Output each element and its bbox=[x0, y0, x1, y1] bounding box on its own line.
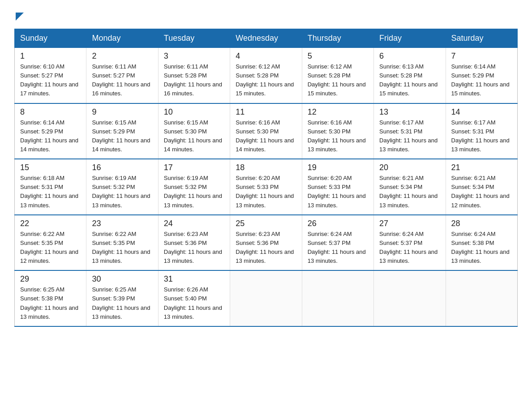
header bbox=[14, 11, 518, 21]
day-number: 12 bbox=[308, 107, 368, 117]
day-info: Sunrise: 6:18 AMSunset: 5:31 PMDaylight:… bbox=[20, 174, 81, 210]
calendar-cell: 25Sunrise: 6:23 AMSunset: 5:36 PMDayligh… bbox=[230, 215, 302, 271]
day-number: 9 bbox=[92, 107, 152, 117]
header-saturday: Saturday bbox=[446, 29, 517, 48]
day-number: 23 bbox=[92, 219, 152, 228]
day-info: Sunrise: 6:24 AMSunset: 5:38 PMDaylight:… bbox=[451, 230, 512, 266]
day-info: Sunrise: 6:20 AMSunset: 5:33 PMDaylight:… bbox=[308, 174, 368, 210]
calendar-cell: 8Sunrise: 6:14 AMSunset: 5:29 PMDaylight… bbox=[15, 103, 86, 159]
day-number: 2 bbox=[92, 51, 152, 61]
day-info: Sunrise: 6:12 AMSunset: 5:28 PMDaylight:… bbox=[236, 62, 296, 98]
calendar-cell bbox=[374, 270, 446, 326]
calendar-cell: 5Sunrise: 6:12 AMSunset: 5:28 PMDaylight… bbox=[302, 48, 373, 103]
day-info: Sunrise: 6:22 AMSunset: 5:35 PMDaylight:… bbox=[20, 230, 81, 266]
day-number: 16 bbox=[92, 163, 152, 172]
calendar-cell: 28Sunrise: 6:24 AMSunset: 5:38 PMDayligh… bbox=[446, 215, 517, 271]
calendar-cell: 10Sunrise: 6:15 AMSunset: 5:30 PMDayligh… bbox=[158, 103, 230, 159]
day-info: Sunrise: 6:21 AMSunset: 5:34 PMDaylight:… bbox=[451, 174, 512, 210]
day-info: Sunrise: 6:17 AMSunset: 5:31 PMDaylight:… bbox=[379, 118, 440, 154]
day-number: 14 bbox=[451, 107, 512, 117]
day-number: 21 bbox=[451, 163, 512, 172]
calendar-cell: 2Sunrise: 6:11 AMSunset: 5:27 PMDaylight… bbox=[86, 48, 158, 103]
day-info: Sunrise: 6:24 AMSunset: 5:37 PMDaylight:… bbox=[379, 230, 440, 266]
header-tuesday: Tuesday bbox=[158, 29, 230, 48]
calendar-cell: 16Sunrise: 6:19 AMSunset: 5:32 PMDayligh… bbox=[86, 159, 158, 215]
header-friday: Friday bbox=[374, 29, 446, 48]
week-row-5: 29Sunrise: 6:25 AMSunset: 5:38 PMDayligh… bbox=[15, 270, 518, 326]
day-info: Sunrise: 6:10 AMSunset: 5:27 PMDaylight:… bbox=[20, 62, 81, 98]
day-number: 4 bbox=[236, 51, 296, 61]
calendar-cell: 14Sunrise: 6:17 AMSunset: 5:31 PMDayligh… bbox=[446, 103, 517, 159]
day-info: Sunrise: 6:16 AMSunset: 5:30 PMDaylight:… bbox=[308, 118, 368, 154]
calendar-cell: 30Sunrise: 6:25 AMSunset: 5:39 PMDayligh… bbox=[86, 270, 158, 326]
day-info: Sunrise: 6:25 AMSunset: 5:39 PMDaylight:… bbox=[92, 285, 152, 321]
calendar-cell: 4Sunrise: 6:12 AMSunset: 5:28 PMDaylight… bbox=[230, 48, 302, 103]
calendar-cell: 20Sunrise: 6:21 AMSunset: 5:34 PMDayligh… bbox=[374, 159, 446, 215]
day-number: 25 bbox=[236, 219, 296, 228]
day-number: 13 bbox=[379, 107, 440, 117]
header-monday: Monday bbox=[86, 29, 158, 48]
day-number: 10 bbox=[164, 107, 224, 117]
day-info: Sunrise: 6:26 AMSunset: 5:40 PMDaylight:… bbox=[164, 285, 224, 321]
calendar-cell: 24Sunrise: 6:23 AMSunset: 5:36 PMDayligh… bbox=[158, 215, 230, 271]
day-number: 29 bbox=[20, 274, 81, 284]
day-number: 17 bbox=[164, 163, 224, 172]
day-number: 6 bbox=[379, 51, 440, 61]
day-number: 8 bbox=[20, 107, 81, 117]
calendar-cell bbox=[446, 270, 517, 326]
day-info: Sunrise: 6:11 AMSunset: 5:27 PMDaylight:… bbox=[92, 62, 152, 98]
day-number: 27 bbox=[379, 219, 440, 228]
day-number: 20 bbox=[379, 163, 440, 172]
day-number: 22 bbox=[20, 219, 81, 228]
day-number: 1 bbox=[20, 51, 81, 61]
day-info: Sunrise: 6:16 AMSunset: 5:30 PMDaylight:… bbox=[236, 118, 296, 154]
day-number: 7 bbox=[451, 51, 512, 61]
week-row-4: 22Sunrise: 6:22 AMSunset: 5:35 PMDayligh… bbox=[15, 215, 518, 271]
week-row-2: 8Sunrise: 6:14 AMSunset: 5:29 PMDaylight… bbox=[15, 103, 518, 159]
calendar-cell: 13Sunrise: 6:17 AMSunset: 5:31 PMDayligh… bbox=[374, 103, 446, 159]
calendar-cell: 1Sunrise: 6:10 AMSunset: 5:27 PMDaylight… bbox=[15, 48, 86, 103]
calendar-table: SundayMondayTuesdayWednesdayThursdayFrid… bbox=[14, 29, 518, 327]
day-info: Sunrise: 6:24 AMSunset: 5:37 PMDaylight:… bbox=[308, 230, 368, 266]
calendar-cell: 27Sunrise: 6:24 AMSunset: 5:37 PMDayligh… bbox=[374, 215, 446, 271]
day-number: 18 bbox=[236, 163, 296, 172]
calendar-cell: 15Sunrise: 6:18 AMSunset: 5:31 PMDayligh… bbox=[15, 159, 86, 215]
calendar-cell: 3Sunrise: 6:11 AMSunset: 5:28 PMDaylight… bbox=[158, 48, 230, 103]
day-number: 5 bbox=[308, 51, 368, 61]
day-info: Sunrise: 6:20 AMSunset: 5:33 PMDaylight:… bbox=[236, 174, 296, 210]
calendar-cell: 22Sunrise: 6:22 AMSunset: 5:35 PMDayligh… bbox=[15, 215, 86, 271]
week-row-3: 15Sunrise: 6:18 AMSunset: 5:31 PMDayligh… bbox=[15, 159, 518, 215]
day-number: 24 bbox=[164, 219, 224, 228]
calendar-cell: 21Sunrise: 6:21 AMSunset: 5:34 PMDayligh… bbox=[446, 159, 517, 215]
header-wednesday: Wednesday bbox=[230, 29, 302, 48]
day-info: Sunrise: 6:12 AMSunset: 5:28 PMDaylight:… bbox=[308, 62, 368, 98]
day-info: Sunrise: 6:19 AMSunset: 5:32 PMDaylight:… bbox=[92, 174, 152, 210]
calendar-cell: 6Sunrise: 6:13 AMSunset: 5:28 PMDaylight… bbox=[374, 48, 446, 103]
calendar-cell: 29Sunrise: 6:25 AMSunset: 5:38 PMDayligh… bbox=[15, 270, 86, 326]
day-info: Sunrise: 6:25 AMSunset: 5:38 PMDaylight:… bbox=[20, 285, 81, 321]
day-info: Sunrise: 6:21 AMSunset: 5:34 PMDaylight:… bbox=[379, 174, 440, 210]
day-number: 19 bbox=[308, 163, 368, 172]
calendar-cell: 7Sunrise: 6:14 AMSunset: 5:29 PMDaylight… bbox=[446, 48, 517, 103]
svg-marker-0 bbox=[16, 13, 24, 21]
day-number: 3 bbox=[164, 51, 224, 61]
day-number: 28 bbox=[451, 219, 512, 228]
day-number: 30 bbox=[92, 274, 152, 284]
header-sunday: Sunday bbox=[15, 29, 86, 48]
page: SundayMondayTuesdayWednesdayThursdayFrid… bbox=[0, 0, 532, 341]
calendar-cell: 19Sunrise: 6:20 AMSunset: 5:33 PMDayligh… bbox=[302, 159, 373, 215]
logo bbox=[14, 11, 24, 21]
day-number: 26 bbox=[308, 219, 368, 228]
day-info: Sunrise: 6:15 AMSunset: 5:30 PMDaylight:… bbox=[164, 118, 224, 154]
calendar-cell bbox=[302, 270, 373, 326]
day-info: Sunrise: 6:17 AMSunset: 5:31 PMDaylight:… bbox=[451, 118, 512, 154]
calendar-cell bbox=[230, 270, 302, 326]
day-info: Sunrise: 6:14 AMSunset: 5:29 PMDaylight:… bbox=[20, 118, 81, 154]
calendar-cell: 26Sunrise: 6:24 AMSunset: 5:37 PMDayligh… bbox=[302, 215, 373, 271]
day-info: Sunrise: 6:19 AMSunset: 5:32 PMDaylight:… bbox=[164, 174, 224, 210]
day-info: Sunrise: 6:13 AMSunset: 5:28 PMDaylight:… bbox=[379, 62, 440, 98]
day-number: 31 bbox=[164, 274, 224, 284]
calendar-cell: 9Sunrise: 6:15 AMSunset: 5:29 PMDaylight… bbox=[86, 103, 158, 159]
day-info: Sunrise: 6:14 AMSunset: 5:29 PMDaylight:… bbox=[451, 62, 512, 98]
day-number: 11 bbox=[236, 107, 296, 117]
